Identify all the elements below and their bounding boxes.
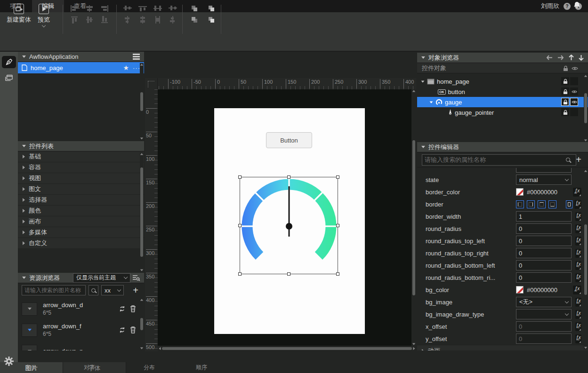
lock-toggle[interactable] xyxy=(561,108,569,116)
fx-button[interactable]: ƒxAll xyxy=(575,212,581,221)
dist-h-center-icon[interactable] xyxy=(138,5,147,12)
design-canvas[interactable]: Button xyxy=(214,108,365,334)
widget-category-canvas[interactable]: 画布 xyxy=(18,216,144,227)
widget-category-color[interactable]: 颜色 xyxy=(18,206,144,216)
round-radius-top-right-input[interactable] xyxy=(516,248,572,258)
widget-list-header[interactable]: 控件列表 xyxy=(18,141,144,151)
add-resource-button[interactable]: + xyxy=(133,285,140,296)
viewport-hscrollbar[interactable] xyxy=(158,346,416,351)
state-select[interactable]: normal xyxy=(516,175,572,185)
widget-category-graphics[interactable]: 图文 xyxy=(18,184,144,195)
help-icon[interactable]: ? xyxy=(564,3,571,10)
fx-button[interactable]: ƒxAll xyxy=(575,310,581,319)
tree-row-home-page[interactable]: home_page xyxy=(417,76,588,87)
collapse-icon[interactable] xyxy=(22,145,26,147)
delete-icon[interactable] xyxy=(130,305,136,312)
widget-category-container[interactable]: 容器 xyxy=(18,162,144,173)
resource-scrollbar[interactable] xyxy=(140,298,144,350)
project-menu-icon[interactable] xyxy=(133,54,140,55)
border-left-toggle[interactable] xyxy=(516,200,524,208)
move-down-icon[interactable] xyxy=(579,55,584,61)
widget-category-view[interactable]: 视图 xyxy=(18,173,144,184)
bring-forward-icon[interactable] xyxy=(191,5,198,12)
resource-browser-header[interactable]: 资源浏览器 仅显示当前主题 xyxy=(18,273,144,283)
widget-list-scrollbar[interactable] xyxy=(140,152,144,272)
resource-item[interactable]: arrow_down_f6*5 xyxy=(18,319,140,341)
dist-h-left-icon[interactable] xyxy=(123,5,132,12)
align-right-icon[interactable] xyxy=(100,5,109,12)
resize-handle-s[interactable] xyxy=(287,272,290,276)
resource-item[interactable]: arrow_down_d6*5 xyxy=(18,298,140,319)
widget-category-custom[interactable]: 自定义 xyxy=(18,238,144,249)
dist-h-space-icon[interactable] xyxy=(153,5,162,12)
dist-v-center-icon[interactable] xyxy=(139,16,146,24)
lock-toggle[interactable] xyxy=(561,77,569,85)
border-top-toggle[interactable] xyxy=(538,200,546,208)
resize-handle-ne[interactable] xyxy=(336,175,339,179)
settings-button[interactable] xyxy=(3,356,15,368)
tree-row-button[interactable]: OK button xyxy=(417,87,588,97)
align-vcenter-icon[interactable] xyxy=(86,16,93,24)
border-all-toggle[interactable] xyxy=(566,200,572,208)
align-hcenter-icon[interactable] xyxy=(85,5,94,12)
property-search-input[interactable] xyxy=(422,154,576,166)
nav-forward-icon[interactable] xyxy=(557,55,564,60)
color-swatch[interactable] xyxy=(516,286,524,294)
widget-category-multimedia[interactable]: 多媒体 xyxy=(18,227,144,238)
border-width-input[interactable] xyxy=(516,211,572,222)
hscrollbar-thumb[interactable] xyxy=(162,347,412,350)
bg-image-select[interactable]: <无> xyxy=(516,297,572,307)
fx-button[interactable]: ƒxAll xyxy=(574,200,581,209)
bring-front-icon[interactable] xyxy=(208,5,215,12)
object-browser-header[interactable]: 对象浏览器 xyxy=(417,53,588,63)
add-property-button[interactable]: + xyxy=(574,154,583,165)
object-tree-scrollbar[interactable] xyxy=(584,74,588,142)
resource-search-button[interactable] xyxy=(89,285,98,295)
collapse-icon[interactable] xyxy=(22,277,26,279)
collapse-icon[interactable] xyxy=(22,56,26,58)
design-mode-button[interactable] xyxy=(2,56,16,68)
favorite-icon[interactable]: ★ xyxy=(123,64,129,71)
resize-handle-n[interactable] xyxy=(287,175,290,179)
user-name[interactable]: 刘雨欣 xyxy=(541,2,559,10)
fx-button[interactable]: ƒxAll xyxy=(573,188,581,197)
new-form-button[interactable]: 新建窗体 xyxy=(7,4,31,24)
resize-handle-w[interactable] xyxy=(238,224,242,227)
dist-v-bottom-icon[interactable] xyxy=(169,16,176,24)
design-viewport[interactable]: Button xyxy=(158,89,411,346)
round-radius-input[interactable] xyxy=(516,223,572,234)
fx-button[interactable]: ƒxAll xyxy=(573,286,581,294)
align-left-icon[interactable] xyxy=(70,5,79,12)
delete-icon[interactable] xyxy=(130,326,136,333)
more-icon[interactable]: ··· xyxy=(133,64,140,71)
border-bottom-toggle[interactable] xyxy=(548,200,556,208)
project-scrollbar[interactable] xyxy=(140,63,144,140)
resize-handle-se[interactable] xyxy=(336,272,339,276)
color-swatch[interactable] xyxy=(516,188,524,196)
round-radius-bottom-left-input[interactable] xyxy=(516,260,572,270)
fx-button[interactable]: ƒxAll xyxy=(575,261,581,270)
y-offset-input[interactable] xyxy=(516,333,572,344)
resize-handle-nw[interactable] xyxy=(238,175,242,179)
widget-category-picker[interactable]: 选择器 xyxy=(18,195,144,206)
collapse-icon[interactable] xyxy=(421,56,425,59)
visibility-toggle[interactable] xyxy=(570,108,578,116)
lock-toggle[interactable] xyxy=(561,87,569,95)
resource-type-select[interactable]: xx xyxy=(101,285,124,295)
replace-icon[interactable] xyxy=(119,305,126,312)
resize-handle-e[interactable] xyxy=(336,224,339,227)
resize-handle-sw[interactable] xyxy=(238,272,242,276)
visibility-toggle[interactable] xyxy=(570,98,578,106)
expand-icon[interactable] xyxy=(421,80,425,82)
windows-mode-button[interactable] xyxy=(2,72,16,84)
theme-filter-select[interactable]: 仅显示当前主题 xyxy=(73,273,130,283)
border-right-toggle[interactable] xyxy=(527,200,535,208)
fx-button[interactable]: ƒxAll xyxy=(575,237,581,246)
property-scrollbar[interactable] xyxy=(584,169,588,349)
bg-image-draw-type-select[interactable] xyxy=(516,309,572,319)
fx-button[interactable]: ƒxAll xyxy=(575,273,581,282)
viewport-vscrollbar[interactable] xyxy=(411,89,416,346)
preview-button[interactable]: 预览 xyxy=(38,4,50,27)
fx-button[interactable]: ƒxAll xyxy=(575,224,581,233)
dist-v-top-icon[interactable] xyxy=(124,16,131,24)
